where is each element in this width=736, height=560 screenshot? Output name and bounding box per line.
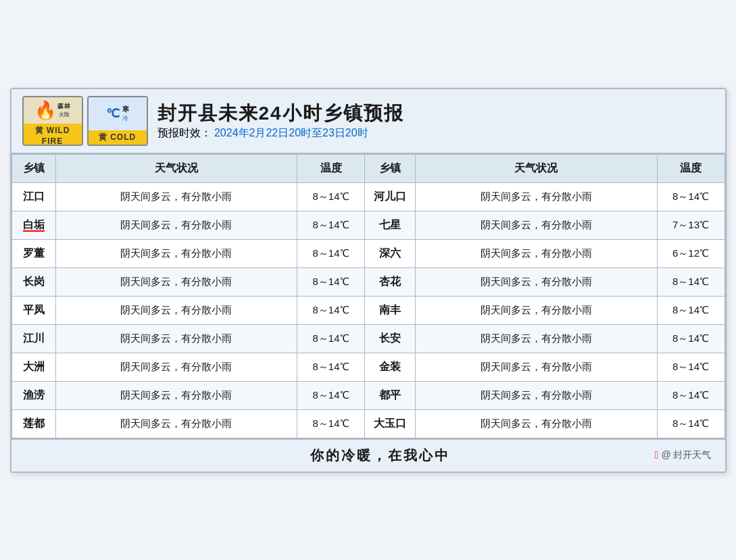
wildfire-label-line2: 火险 <box>59 111 70 118</box>
town-cell-right: 长安 <box>365 324 416 353</box>
weather-card: 🔥 森林 火险 黄 WILD FIRE ℃ 寒 冷 <box>10 88 727 473</box>
table-row: 渔涝阴天间多云，有分散小雨8～14℃都平阴天间多云，有分散小雨8～14℃ <box>11 381 725 409</box>
table-row: 江口阴天间多云，有分散小雨8～14℃河儿口阴天间多云，有分散小雨8～14℃ <box>11 182 725 211</box>
town-cell-left: 江川 <box>11 324 55 353</box>
temp-cell-left: 8～14℃ <box>297 324 365 353</box>
footer-text: 你的冷暖，在我心中 <box>106 447 655 465</box>
temp-cell-left: 8～14℃ <box>297 296 365 324</box>
subtitle-label: 预报时效： <box>157 127 212 138</box>
th-town1: 乡镇 <box>11 154 55 182</box>
weather-cell-right: 阴天间多云，有分散小雨 <box>416 268 658 296</box>
subtitle-value: 2024年2月22日20时至23日20时 <box>214 127 368 138</box>
town-cell-left: 罗董 <box>11 239 55 268</box>
town-cell-left: 大洲 <box>11 353 55 381</box>
temp-cell-right: 8～14℃ <box>657 182 725 211</box>
town-cell-right: 金装 <box>365 353 416 381</box>
weather-cell-right: 阴天间多云，有分散小雨 <box>416 211 658 239</box>
temp-cell-right: 7～13℃ <box>657 211 725 239</box>
main-title: 封开县未来24小时乡镇预报 <box>157 101 404 126</box>
header: 🔥 森林 火险 黄 WILD FIRE ℃ 寒 冷 <box>11 89 725 154</box>
th-temp1: 温度 <box>297 154 365 182</box>
weather-cell-right: 阴天间多云，有分散小雨 <box>416 324 658 353</box>
temp-cell-left: 8～14℃ <box>297 182 365 211</box>
town-cell-left: 江口 <box>11 182 55 211</box>
table-row: 大洲阴天间多云，有分散小雨8～14℃金装阴天间多云，有分散小雨8～14℃ <box>11 353 725 381</box>
temp-cell-left: 8～14℃ <box>297 211 365 239</box>
town-cell-left: 渔涝 <box>11 381 55 409</box>
temp-cell-left: 8～14℃ <box>297 268 365 296</box>
weather-table-container: 乡镇 天气状况 温度 乡镇 天气状况 温度 江口阴天间多云，有分散小雨8～14℃… <box>11 154 725 438</box>
table-row: 江川阴天间多云，有分散小雨8～14℃长安阴天间多云，有分散小雨8～14℃ <box>11 324 725 353</box>
weather-cell-left: 阴天间多云，有分散小雨 <box>55 182 297 211</box>
weather-cell-right: 阴天间多云，有分散小雨 <box>416 353 658 381</box>
th-temp2: 温度 <box>657 154 725 182</box>
temp-cell-left: 8～14℃ <box>297 409 365 438</box>
temp-cell-right: 8～14℃ <box>657 409 725 438</box>
table-row: 罗董阴天间多云，有分散小雨8～14℃深六阴天间多云，有分散小雨6～12℃ <box>11 239 725 268</box>
town-cell-right: 都平 <box>365 381 416 409</box>
table-row: 莲都阴天间多云，有分散小雨8～14℃大玉口阴天间多云，有分散小雨8～14℃ <box>11 409 725 438</box>
footer-logo:  @ 封开天气 <box>655 449 712 461</box>
weather-cell-left: 阴天间多云，有分散小雨 <box>55 381 297 409</box>
temp-cell-left: 8～14℃ <box>297 381 365 409</box>
subtitle: 预报时效： 2024年2月22日20时至23日20时 <box>157 126 404 141</box>
alert-badges: 🔥 森林 火险 黄 WILD FIRE ℃ 寒 冷 <box>22 96 148 146</box>
cold-label-line2: 冷 <box>122 114 128 123</box>
town-cell-right: 南丰 <box>365 296 416 324</box>
weather-cell-left: 阴天间多云，有分散小雨 <box>55 353 297 381</box>
town-cell-right: 大玉口 <box>365 409 416 438</box>
wildfire-label-line1: 森林 <box>57 102 71 111</box>
temp-cell-right: 8～14℃ <box>657 324 725 353</box>
town-cell-left: 长岗 <box>11 268 55 296</box>
town-cell-right: 七星 <box>365 211 416 239</box>
weather-cell-left: 阴天间多云，有分散小雨 <box>55 268 297 296</box>
weather-cell-right: 阴天间多云，有分散小雨 <box>416 409 658 438</box>
weather-cell-left: 阴天间多云，有分散小雨 <box>55 324 297 353</box>
weather-cell-right: 阴天间多云，有分散小雨 <box>416 381 658 409</box>
temp-cell-right: 8～14℃ <box>657 268 725 296</box>
table-row: 长岗阴天间多云，有分散小雨8～14℃杏花阴天间多云，有分散小雨8～14℃ <box>11 268 725 296</box>
wildfire-tag: 黄 WILD FIRE <box>24 124 82 146</box>
cold-label-line1: 寒 <box>122 105 129 114</box>
cold-temp-symbol: ℃ <box>106 106 120 121</box>
fire-icon: 🔥 <box>34 100 56 121</box>
temp-cell-right: 8～14℃ <box>657 381 725 409</box>
weather-cell-right: 阴天间多云，有分散小雨 <box>416 182 658 211</box>
th-weather1: 天气状况 <box>55 154 297 182</box>
weather-cell-left: 阴天间多云，有分散小雨 <box>55 409 297 438</box>
town-cell-right: 杏花 <box>365 268 416 296</box>
cold-badge: ℃ 寒 冷 黄 COLD <box>87 96 148 146</box>
cold-tag: 黄 COLD <box>89 130 147 145</box>
weather-cell-left: 阴天间多云，有分散小雨 <box>55 239 297 268</box>
table-row: 白垢阴天间多云，有分散小雨8～14℃七星阴天间多云，有分散小雨7～13℃ <box>11 211 725 239</box>
town-cell-left: 平凤 <box>11 296 55 324</box>
wildfire-badge: 🔥 森林 火险 黄 WILD FIRE <box>22 96 83 146</box>
temp-cell-right: 8～14℃ <box>657 296 725 324</box>
town-cell-left: 白垢 <box>11 211 55 239</box>
temp-cell-right: 8～14℃ <box>657 353 725 381</box>
town-cell-left: 莲都 <box>11 409 55 438</box>
weather-cell-right: 阴天间多云，有分散小雨 <box>416 296 658 324</box>
th-town2: 乡镇 <box>365 154 416 182</box>
table-header-row: 乡镇 天气状况 温度 乡镇 天气状况 温度 <box>11 154 725 182</box>
weather-cell-right: 阴天间多云，有分散小雨 <box>416 239 658 268</box>
temp-cell-left: 8～14℃ <box>297 353 365 381</box>
town-cell-right: 河儿口 <box>365 182 416 211</box>
town-cell-right: 深六 <box>365 239 416 268</box>
weather-cell-left: 阴天间多云，有分散小雨 <box>55 211 297 239</box>
footer: 你的冷暖，在我心中  @ 封开天气 <box>11 438 725 472</box>
temp-cell-right: 6～12℃ <box>657 239 725 268</box>
temp-cell-left: 8～14℃ <box>297 239 365 268</box>
weather-table: 乡镇 天气状况 温度 乡镇 天气状况 温度 江口阴天间多云，有分散小雨8～14℃… <box>11 154 725 438</box>
town-name-underlined: 白垢 <box>23 219 45 232</box>
weather-cell-left: 阴天间多云，有分散小雨 <box>55 296 297 324</box>
table-row: 平凤阴天间多云，有分散小雨8～14℃南丰阴天间多云，有分散小雨8～14℃ <box>11 296 725 324</box>
title-section: 封开县未来24小时乡镇预报 预报时效： 2024年2月22日20时至23日20时 <box>157 101 404 141</box>
th-weather2: 天气状况 <box>416 154 658 182</box>
logo-text: @ 封开天气 <box>661 449 711 461</box>
weibo-icon:  <box>655 449 659 461</box>
